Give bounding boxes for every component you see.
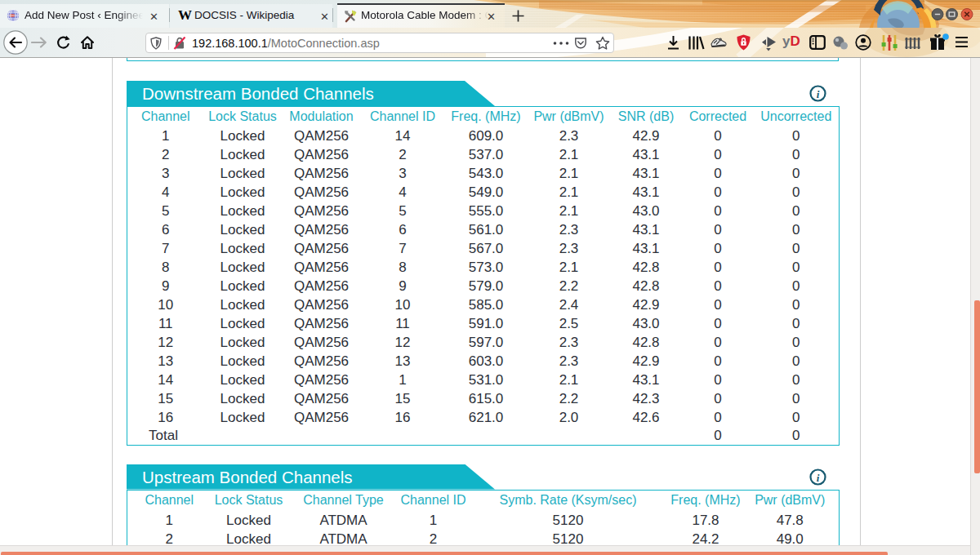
svg-text:i: i: [817, 472, 820, 484]
svg-text:i: i: [817, 88, 820, 100]
